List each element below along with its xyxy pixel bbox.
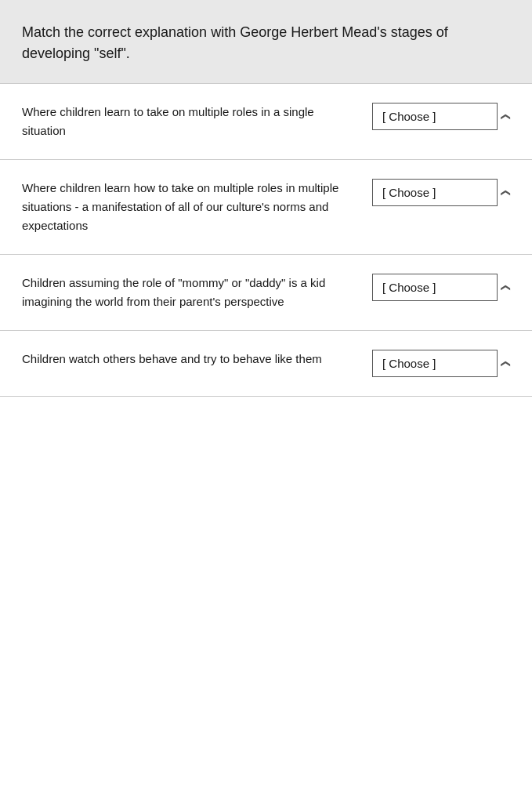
chevron-down-icon-2: ❮	[501, 189, 512, 197]
row-3-description: Children assuming the role of "mommy" or…	[22, 274, 372, 311]
chevron-down-icon-3: ❮	[501, 284, 512, 292]
row-4-select[interactable]: [ Choose ] Preparatory Stage Play Stage …	[372, 350, 498, 377]
match-row-1: Where children learn to take on multiple…	[0, 83, 532, 160]
match-row-2: Where children learn how to take on mult…	[0, 160, 532, 255]
row-1-select[interactable]: [ Choose ] Preparatory Stage Play Stage …	[372, 103, 498, 130]
match-row-4: Children watch others behave and try to …	[0, 331, 532, 397]
row-4-select-container: [ Choose ] Preparatory Stage Play Stage …	[372, 350, 510, 377]
row-2-select[interactable]: [ Choose ] Preparatory Stage Play Stage …	[372, 179, 498, 206]
page-container: Match the correct explanation with Georg…	[0, 0, 532, 806]
match-row-3: Children assuming the role of "mommy" or…	[0, 255, 532, 331]
row-4-description: Children watch others behave and try to …	[22, 350, 372, 369]
row-2-description: Where children learn how to take on mult…	[22, 179, 372, 235]
row-1-select-container: [ Choose ] Preparatory Stage Play Stage …	[372, 103, 510, 130]
question-header: Match the correct explanation with Georg…	[0, 0, 532, 83]
row-2-select-container: [ Choose ] Preparatory Stage Play Stage …	[372, 179, 510, 206]
row-3-select[interactable]: [ Choose ] Preparatory Stage Play Stage …	[372, 274, 498, 301]
question-title: Match the correct explanation with Georg…	[22, 22, 510, 64]
chevron-down-icon-1: ❮	[501, 113, 512, 121]
chevron-down-icon-4: ❮	[501, 360, 512, 368]
row-3-select-container: [ Choose ] Preparatory Stage Play Stage …	[372, 274, 510, 301]
row-1-description: Where children learn to take on multiple…	[22, 103, 372, 140]
rows-container: Where children learn to take on multiple…	[0, 83, 532, 397]
